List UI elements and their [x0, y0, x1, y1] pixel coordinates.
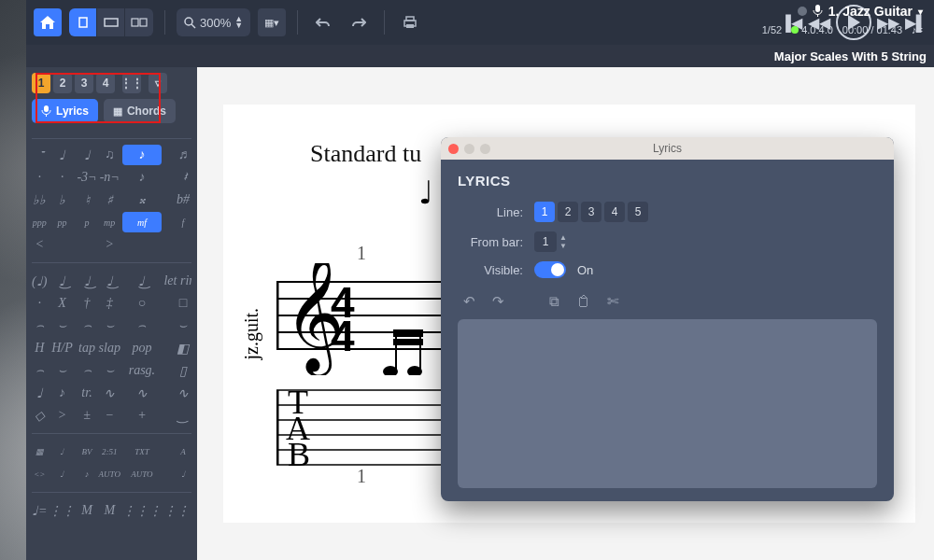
layout-double[interactable]	[125, 8, 153, 36]
voice-1[interactable]: 1	[32, 73, 50, 93]
line-1[interactable]: 1	[534, 202, 555, 222]
palette-cell[interactable]: b#	[163, 189, 191, 210]
lyrics-textarea[interactable]	[458, 319, 877, 488]
palette-cell[interactable]: mf	[122, 212, 162, 232]
palette-cell[interactable]: †	[77, 293, 96, 314]
palette-cell[interactable]: ⌢	[77, 360, 96, 381]
copy-icon[interactable]: ⧉	[549, 293, 559, 310]
palette-cell[interactable]: ♩͜	[77, 271, 96, 291]
palette-cell[interactable]: ◇	[32, 405, 47, 426]
palette-cell[interactable]	[163, 234, 191, 255]
palette-cell[interactable]: tr.	[77, 383, 96, 403]
zoom-control[interactable]: 300% ▲▼	[177, 8, 250, 36]
palette-cell[interactable]: ∿	[99, 383, 120, 403]
palette-cell[interactable]: A	[163, 441, 191, 462]
palette-cell[interactable]: slap	[99, 338, 120, 358]
line-4[interactable]: 4	[604, 202, 625, 222]
palette-cell[interactable]: <	[32, 234, 47, 255]
layout-wide[interactable]	[97, 8, 125, 36]
palette-cell[interactable]: ♮	[77, 189, 96, 210]
palette-cell[interactable]: -n¬	[99, 167, 120, 188]
grid-view-button[interactable]: ▦▾	[258, 8, 286, 36]
visible-toggle[interactable]	[534, 261, 566, 278]
palette-cell[interactable]: 𝄻	[32, 145, 47, 165]
palette-cell[interactable]: ▯	[163, 360, 191, 381]
palette-cell[interactable]: ♭	[49, 189, 75, 210]
lyrics-button[interactable]: Lyrics	[32, 99, 98, 123]
palette-cell[interactable]: ±	[77, 405, 96, 426]
palette-cell[interactable]: ⋮⋮⋮	[163, 500, 191, 521]
palette-cell[interactable]: ⌢	[32, 315, 47, 336]
palette-cell[interactable]: −	[99, 405, 120, 426]
design-mode-button[interactable]: ▿	[149, 73, 167, 93]
palette-cell[interactable]: mp	[99, 212, 120, 232]
palette-cell[interactable]: M	[99, 500, 120, 521]
palette-cell[interactable]: ♩	[77, 145, 96, 165]
palette-cell[interactable]: ⌣	[99, 315, 120, 336]
palette-cell[interactable]: p	[77, 212, 96, 232]
palette-cell[interactable]: ▦	[32, 441, 47, 462]
palette-cell[interactable]: ♭♭	[32, 189, 47, 210]
palette-cell[interactable]: ‿	[163, 405, 191, 426]
palette-cell[interactable]: AUTO	[99, 464, 120, 484]
palette-cell[interactable]: ⌣	[163, 315, 191, 336]
palette-cell[interactable]: ∿	[163, 383, 191, 403]
voice-3[interactable]: 3	[75, 73, 93, 93]
line-2[interactable]: 2	[558, 202, 578, 222]
undo-button[interactable]	[309, 8, 337, 36]
window-titlebar[interactable]: Lyrics	[441, 137, 894, 160]
palette-cell[interactable]: 𝄪	[122, 189, 162, 210]
palette-cell[interactable]: ‡	[99, 293, 120, 314]
palette-cell[interactable]: ∿	[122, 383, 162, 403]
palette-cell[interactable]: X	[49, 293, 75, 314]
palette-cell[interactable]	[77, 234, 96, 255]
track-title-bar[interactable]: 1. Jazz Guitar ▾	[798, 4, 923, 19]
palette-cell[interactable]: ♪	[122, 167, 162, 188]
palette-cell[interactable]: 𝄽	[163, 167, 191, 188]
redo-icon[interactable]: ↷	[492, 293, 504, 310]
palette-cell[interactable]: >	[49, 405, 75, 426]
palette-cell[interactable]: <>	[32, 464, 47, 484]
palette-cell[interactable]: BV	[77, 441, 96, 462]
palette-cell[interactable]: ·	[49, 167, 75, 188]
voice-2[interactable]: 2	[53, 73, 72, 93]
cut-icon[interactable]: ✄	[607, 293, 619, 310]
palette-cell[interactable]: 2:51	[99, 441, 120, 462]
palette-cell[interactable]: ⋮⋮⋮	[122, 500, 162, 521]
palette-cell[interactable]: ♩	[49, 441, 75, 462]
palette-cell[interactable]: ♪	[77, 464, 96, 484]
palette-cell[interactable]: ♩͜	[49, 271, 75, 291]
palette-cell[interactable]: ♩=	[32, 500, 47, 521]
paste-icon[interactable]: 📋︎	[576, 293, 590, 310]
voice-4[interactable]: 4	[96, 73, 115, 93]
palette-cell[interactable]: ⌢	[122, 315, 162, 336]
palette-cell[interactable]: ⌣	[49, 360, 75, 381]
step-down-icon[interactable]: ▼	[559, 242, 567, 250]
palette-cell[interactable]: ⌢	[77, 315, 96, 336]
palette-cell[interactable]: ♩	[163, 464, 191, 484]
palette-cell[interactable]: f	[163, 212, 191, 232]
palette-cell[interactable]: AUTO	[122, 464, 162, 484]
step-up-icon[interactable]: ▲	[559, 233, 567, 242]
palette-cell[interactable]: -3¬	[77, 167, 96, 188]
palette-cell[interactable]: ♩	[49, 464, 75, 484]
line-3[interactable]: 3	[581, 202, 601, 222]
palette-cell[interactable]: ♩	[49, 145, 75, 165]
multivoice-button[interactable]: ⋮⋮	[122, 73, 141, 93]
palette-cell[interactable]: ◧	[163, 338, 191, 358]
palette-cell[interactable]: +	[122, 405, 162, 426]
palette-cell[interactable]: □	[163, 293, 191, 314]
palette-cell[interactable]: ♪	[49, 383, 75, 403]
undo-icon[interactable]: ↶	[463, 293, 475, 310]
palette-cell[interactable]: pop	[122, 338, 162, 358]
palette-cell[interactable]: ♪	[122, 145, 162, 165]
palette-cell[interactable]: ⋮⋮	[49, 500, 75, 521]
palette-cell[interactable]: (♩)	[32, 271, 47, 291]
redo-button[interactable]	[345, 8, 373, 36]
palette-cell[interactable]: M	[77, 500, 96, 521]
frombar-stepper[interactable]: 1 ▲▼	[534, 231, 567, 252]
palette-cell[interactable]: rasg.	[122, 360, 162, 381]
palette-cell[interactable]: ♬	[163, 145, 191, 165]
palette-cell[interactable]: TXT	[122, 441, 162, 462]
palette-cell[interactable]: ♩͜	[122, 271, 162, 291]
